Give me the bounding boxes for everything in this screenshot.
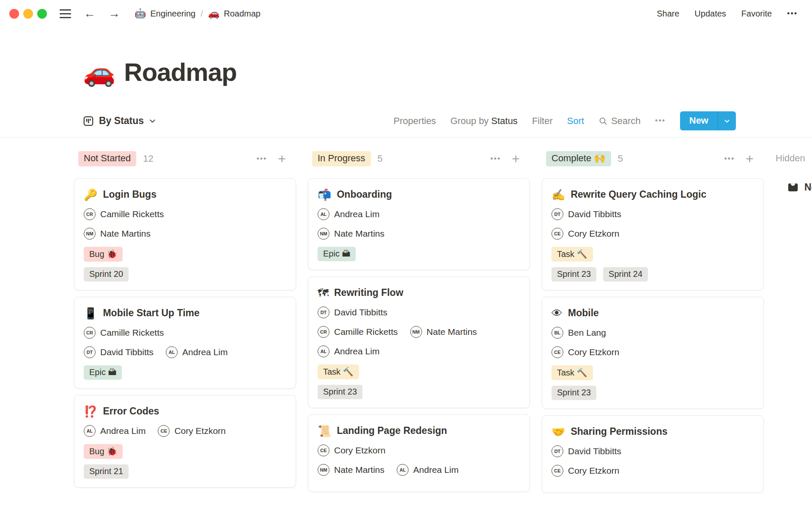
group-by-button[interactable]: Group by Status <box>450 116 518 127</box>
person-name: Nate Martins <box>334 229 384 239</box>
column-add-card-icon[interactable]: + <box>512 152 520 166</box>
column-status-pill[interactable]: Complete 🙌 <box>546 151 611 166</box>
column-status-pill[interactable]: Not Started <box>78 151 136 166</box>
board-card[interactable]: ⁉️Error CodesALAndrea LimCECory EtzkornB… <box>74 395 296 488</box>
share-button[interactable]: Share <box>657 9 679 19</box>
person: NMNate Martins <box>410 326 477 338</box>
person-name: Cory Etzkorn <box>174 426 225 436</box>
board-column: Complete 🙌5•••+✍️Rewrite Query Caching L… <box>542 150 764 493</box>
board-card[interactable]: 📜Landing Page RedesignCECory EtzkornNMNa… <box>308 414 530 492</box>
person-name: Nate Martins <box>100 229 151 239</box>
avatar: DT <box>551 208 563 220</box>
card-person-row: BLBen Lang <box>551 326 754 339</box>
forward-arrow-icon[interactable]: → <box>108 8 120 19</box>
new-button-label[interactable]: New <box>680 111 718 130</box>
card-tag-row: Sprint 21 <box>84 464 286 479</box>
no-status-group[interactable]: No <box>776 181 812 193</box>
avatar: CE <box>158 425 170 437</box>
person-name: Andrea Lim <box>100 426 145 436</box>
sort-button[interactable]: Sort <box>567 116 584 127</box>
avatar: CE <box>318 444 329 456</box>
column-header: Complete 🙌5•••+ <box>542 150 764 167</box>
board-column: Not Started12•••+🔑Login BugsCRCamille Ri… <box>74 150 296 488</box>
hidden-groups-label[interactable]: Hidden <box>776 150 812 164</box>
board-card[interactable]: 👁MobileBLBen LangCECory EtzkornTask 🔨Spr… <box>542 297 764 409</box>
close-window-button[interactable] <box>9 9 19 19</box>
board-card[interactable]: 🗺Rewriting FlowDTDavid TibbittsCRCamille… <box>308 276 530 408</box>
breadcrumb-page[interactable]: Roadmap <box>224 9 261 19</box>
board-card[interactable]: 📬OnboardingALAndrea LimNMNate MartinsEpi… <box>308 178 530 270</box>
updates-button[interactable]: Updates <box>694 9 726 19</box>
search-icon <box>598 116 608 126</box>
tag-pill: Epic 🏔 <box>318 247 356 261</box>
hidden-groups-section: Hidden No <box>776 150 812 193</box>
column-add-card-icon[interactable]: + <box>746 152 754 166</box>
column-menu-icon[interactable]: ••• <box>256 155 267 163</box>
breadcrumb-workspace[interactable]: Engineering <box>150 9 195 19</box>
column-header: Not Started12•••+ <box>74 150 296 167</box>
new-button-dropdown[interactable] <box>718 111 736 130</box>
avatar: NM <box>410 326 422 338</box>
view-toolbar: By Status Properties Group by Status Fil… <box>83 111 736 130</box>
avatar: DT <box>551 445 563 457</box>
breadcrumb-separator: / <box>200 9 203 19</box>
person: DTDavid Tibbitts <box>551 445 621 457</box>
properties-button[interactable]: Properties <box>394 116 436 127</box>
card-person-row: CECory Etzkorn <box>551 346 754 359</box>
avatar: DT <box>318 306 329 318</box>
avatar: AL <box>166 346 178 358</box>
person-name: Andrea Lim <box>334 346 379 356</box>
person-name: Andrea Lim <box>413 465 458 475</box>
column-header-actions: •••+ <box>256 152 286 166</box>
column-add-card-icon[interactable]: + <box>278 152 286 166</box>
person-name: Nate Martins <box>334 465 384 475</box>
person-name: David Tibbitts <box>334 307 387 318</box>
view-switcher[interactable]: By Status <box>83 115 156 127</box>
person-name: Cory Etzkorn <box>334 445 385 456</box>
column-status-pill[interactable]: In Progress <box>312 151 371 166</box>
board-card[interactable]: 🔑Login BugsCRCamille RickettsNMNate Mart… <box>74 178 296 290</box>
tag-pill: Sprint 20 <box>84 267 129 282</box>
card-title-row: 🔑Login Bugs <box>84 189 286 200</box>
card-icon: ⁉️ <box>84 406 97 417</box>
card-tag-row: Sprint 23Sprint 24 <box>551 267 754 282</box>
filter-button[interactable]: Filter <box>532 116 553 127</box>
zoom-window-button[interactable] <box>37 9 47 19</box>
column-menu-icon[interactable]: ••• <box>724 155 735 163</box>
card-person-row: DTDavid TibbittsALAndrea Lim <box>84 346 286 359</box>
avatar: AL <box>318 208 329 220</box>
card-icon: 📱 <box>84 308 97 319</box>
person-name: Andrea Lim <box>182 347 228 357</box>
search-button[interactable]: Search <box>598 116 641 127</box>
column-header-actions: •••+ <box>724 152 754 166</box>
card-title: Mobile Start Up Time <box>103 307 199 319</box>
person-name: Camille Ricketts <box>100 209 164 219</box>
board-card[interactable]: 📱Mobile Start Up TimeCRCamille RickettsD… <box>74 297 296 389</box>
card-icon: 👁 <box>551 308 562 319</box>
minimize-window-button[interactable] <box>23 9 33 19</box>
view-name: By Status <box>99 115 144 127</box>
board-card[interactable]: 🤝Sharing PermissionsDTDavid TibbittsCECo… <box>542 415 764 493</box>
toolbar-more-icon[interactable]: ••• <box>655 116 666 125</box>
new-button[interactable]: New <box>680 111 736 130</box>
person: DTDavid Tibbitts <box>318 306 387 318</box>
back-arrow-icon[interactable]: ← <box>84 8 96 19</box>
card-title-row: 👁Mobile <box>551 307 754 319</box>
kanban-board: Not Started12•••+🔑Login BugsCRCamille Ri… <box>0 138 812 493</box>
card-title-row: 📱Mobile Start Up Time <box>84 307 286 319</box>
card-person-row: CECory Etzkorn <box>551 464 754 477</box>
tag-pill: Bug 🐞 <box>84 247 123 262</box>
workspace-icon: 🤖 <box>134 8 146 19</box>
card-person-row: CRCamille RickettsNMNate Martins <box>318 326 520 338</box>
avatar: DT <box>84 346 96 358</box>
column-header-actions: •••+ <box>490 152 520 166</box>
card-tag-row: Sprint 20 <box>84 267 286 282</box>
column-menu-icon[interactable]: ••• <box>490 155 501 163</box>
sidebar-menu-icon[interactable] <box>60 9 71 18</box>
page-icon[interactable]: 🚗 <box>83 59 115 86</box>
board-card[interactable]: ✍️Rewrite Query Caching LogicDTDavid Tib… <box>542 178 764 290</box>
more-options-icon[interactable]: ••• <box>787 9 798 18</box>
card-icon: 🔑 <box>84 189 97 200</box>
favorite-button[interactable]: Favorite <box>741 9 772 19</box>
person: ALAndrea Lim <box>166 346 228 358</box>
